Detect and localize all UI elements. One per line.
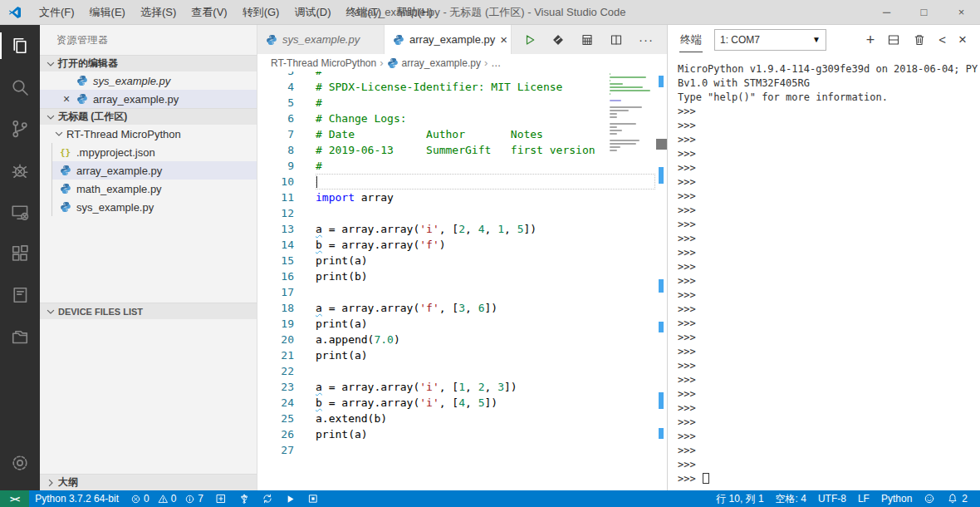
terminal-prompt: >>> [678, 387, 980, 401]
line-number: 15 [257, 253, 294, 268]
code-line-7: 7 # Date Author Notes [257, 126, 667, 142]
ruler-info-mark [659, 279, 664, 293]
memory-board-button[interactable] [581, 33, 594, 47]
tree-item-sys-example-py[interactable]: sys_example.py [52, 198, 257, 216]
menu-item-2[interactable]: 选择(S) [133, 0, 184, 24]
flash-board-button[interactable] [209, 490, 233, 507]
tree-item-label: math_example.py [76, 183, 162, 195]
menu-item-1[interactable]: 编辑(E) [82, 0, 133, 24]
close-button[interactable]: × [943, 0, 980, 24]
breadcrumb-item[interactable]: RT-Thread MicroPython [271, 57, 376, 69]
download-to-device-button[interactable] [551, 33, 565, 47]
remote-indicator[interactable]: >< [0, 490, 29, 507]
terminal-cursor [703, 473, 709, 484]
split-editor-button[interactable] [610, 33, 623, 47]
stop-device-button[interactable] [301, 490, 325, 507]
terminal-line: MicroPython v1.9.4-114-g309fe39d on 2018… [678, 62, 980, 76]
code-line-22: 22 [257, 363, 667, 379]
code-line-27: 27 [257, 442, 667, 458]
run-file-button[interactable] [524, 34, 536, 46]
tree-item-math-example-py[interactable]: math_example.py [52, 180, 257, 198]
explorer-sidebar: 资源管理器 打开的编辑器 sys_example.py × array_exam… [40, 25, 257, 490]
activity-search[interactable] [0, 66, 40, 108]
breadcrumb-item[interactable]: … [491, 57, 501, 69]
code-line-16: 16 print(b) [257, 268, 667, 284]
close-tab-icon[interactable]: × [500, 32, 507, 47]
menu-item-3[interactable]: 查看(V) [184, 0, 234, 24]
problems-indicator[interactable]: 007 [125, 490, 209, 507]
section-workspace[interactable]: 无标题 (工作区) [40, 108, 257, 125]
code-line-19: 19 print(a) [257, 316, 667, 332]
tab-array_example.py[interactable]: array_example.py × [385, 25, 512, 54]
more-actions-button[interactable]: ··· [639, 32, 654, 47]
python-file-icon [58, 165, 72, 176]
overview-ruler[interactable] [656, 71, 667, 490]
line-number: 14 [257, 237, 294, 253]
breadcrumb-item[interactable]: array_example.py [387, 57, 481, 69]
menu-item-5[interactable]: 调试(D) [287, 0, 338, 24]
statusbar-indentation[interactable]: 空格: 4 [770, 490, 812, 507]
statusbar-eol[interactable]: LF [852, 490, 875, 507]
statusbar-feedback[interactable] [918, 490, 941, 507]
terminal-select[interactable]: 1: COM7 ▼ [714, 29, 826, 51]
minimize-button[interactable]: ─ [868, 0, 905, 24]
statusbar-language-mode[interactable]: Python [875, 490, 918, 507]
tree-folder-rt-thread-micropython[interactable]: RT-Thread MicroPython [40, 125, 257, 143]
sync-device-button[interactable] [256, 490, 279, 507]
section-outline[interactable]: 大纲 [40, 474, 257, 490]
tree-item-label: sys_example.py [93, 75, 170, 87]
minimap[interactable] [610, 73, 655, 156]
kill-terminal-button[interactable] [913, 33, 926, 47]
activity-debug[interactable] [0, 150, 40, 191]
ruler-info-mark [659, 428, 664, 439]
tree-item-sys-example-py[interactable]: sys_example.py [40, 71, 257, 90]
close-editor-icon[interactable]: × [58, 92, 75, 106]
terminal-prompt: >>> [678, 246, 980, 260]
split-terminal-button[interactable] [887, 33, 900, 47]
run-device-button[interactable] [279, 490, 301, 507]
section-open-editors[interactable]: 打开的编辑器 [40, 55, 257, 71]
move-panel-button[interactable]: < [938, 33, 946, 46]
tab-label: array_example.py [409, 33, 495, 46]
statusbar-cursor-position[interactable]: 行 10, 列 1 [710, 490, 769, 507]
terminal-prompt: >>> [678, 416, 980, 430]
editor-scrollbar-thumb[interactable] [656, 139, 667, 150]
activity-remote-device[interactable] [0, 191, 40, 233]
menu-item-0[interactable]: 文件(F) [32, 0, 82, 24]
activity-device-files[interactable] [0, 316, 40, 357]
section-device-files-list[interactable]: DEVICE FILES LIST [40, 303, 257, 319]
menu-item-7[interactable]: 帮助(H) [389, 0, 440, 24]
statusbar-encoding[interactable]: UTF-8 [812, 490, 852, 507]
activity-extensions[interactable] [0, 233, 40, 274]
menu-item-6[interactable]: 终端(T) [338, 0, 389, 24]
tree-item-label: .mpyproject.json [76, 146, 155, 159]
tab-terminal[interactable]: 终端 [679, 27, 703, 52]
menu-item-4[interactable]: 转到(G) [235, 0, 287, 24]
activity-source-control[interactable] [0, 108, 40, 150]
terminal-prompt: >>> [678, 303, 980, 317]
code-line-10: 10 [257, 174, 667, 190]
python-file-icon [58, 183, 72, 194]
terminal-output[interactable]: MicroPython v1.9.4-114-g309fe39d on 2018… [668, 54, 980, 490]
tree-item-array-example-py[interactable]: × array_example.py [40, 90, 257, 108]
tab-sys_example.py[interactable]: sys_example.py [257, 25, 385, 54]
line-number: 3 [257, 71, 294, 79]
code-line-23: 23 a = array.array('i', [1, 2, 3]) [257, 379, 667, 395]
new-terminal-button[interactable]: + [866, 32, 875, 47]
python-interpreter[interactable]: Python 3.7.2 64-bit [29, 490, 125, 507]
code-line-11: 11 import array [257, 190, 667, 205]
activity-project[interactable] [0, 274, 40, 316]
tree-item-array-example-py[interactable]: array_example.py [52, 161, 257, 180]
chevron-down-icon [45, 306, 56, 317]
activity-explorer[interactable] [0, 25, 40, 66]
close-panel-button[interactable]: × [958, 32, 967, 47]
maximize-button[interactable]: □ [905, 0, 943, 24]
status-bar: >< Python 3.7.2 64-bit 007 行 10, 列 1空格: … [0, 490, 980, 507]
terminal-prompt: >>> [678, 204, 980, 218]
statusbar-notifications[interactable]: 2 [941, 490, 973, 507]
activity-settings[interactable] [0, 442, 40, 484]
terminal-prompt: >>> [678, 105, 980, 119]
code-editor[interactable]: 3 # 4 # SPDX-License-Identifier: MIT Lic… [257, 71, 667, 490]
tree-item--mpyproject-json[interactable]: {} .mpyproject.json [52, 143, 257, 161]
usb-connect-button[interactable] [233, 490, 256, 507]
